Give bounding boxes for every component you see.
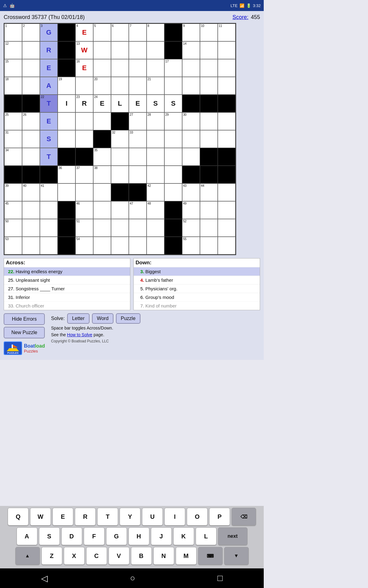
cell-32[interactable]: 32 [111,130,129,148]
cell-r4l[interactable] [200,77,218,95]
cell-r2l[interactable] [200,41,218,59]
cell-r13g[interactable] [111,237,129,254]
cell-r3k[interactable] [182,59,200,77]
cell-r2i[interactable] [147,41,164,59]
cell-r9j[interactable] [164,166,182,183]
cell-33[interactable]: 33 [129,130,147,148]
next-key[interactable]: next [218,527,247,545]
cell-r7i[interactable] [147,130,164,148]
cell-2[interactable]: 2 [22,24,40,41]
cell-r5h[interactable]: E [129,95,147,112]
cell-r11l[interactable] [200,201,218,219]
key-z[interactable]: Z [41,547,62,565]
cell-r10m[interactable] [218,183,236,201]
cell-38[interactable]: 38 [93,166,111,183]
cell-17[interactable]: 17 [164,59,182,77]
cell-r5g[interactable]: L [111,95,129,112]
cell-47[interactable]: 47 [129,201,147,219]
cell-13[interactable]: 13W [75,41,93,59]
home-button[interactable]: ○ [130,573,135,583]
cell-1[interactable]: 1 [4,24,22,41]
key-g[interactable]: G [106,527,127,545]
key-s[interactable]: S [39,527,60,545]
cell-r13l[interactable] [200,237,218,254]
cell-r2c[interactable]: R [40,41,58,59]
cell-r11g[interactable] [111,201,129,219]
cell-r7l[interactable] [200,130,218,148]
how-to-solve-link[interactable]: How to Solve [67,332,92,337]
crossword-grid[interactable]: 1 2 3G 4E 5 6 7 8 9 10 11 12 R 13W 14 [4,23,236,255]
cell-4[interactable]: 4E [75,24,93,41]
key-h[interactable]: H [128,527,149,545]
cell-r3m[interactable] [218,59,236,77]
cell-r11f[interactable] [93,201,111,219]
keyboard-toggle-key[interactable]: ⌨ [198,547,223,565]
cell-14[interactable]: 14 [182,41,200,59]
cell-11[interactable]: 11 [218,24,236,41]
key-o[interactable]: O [187,508,208,526]
cell-52[interactable]: 52 [182,219,200,237]
key-p[interactable]: P [209,508,230,526]
cell-r4e[interactable] [75,77,93,95]
cell-30[interactable]: 30 [182,112,200,130]
cell-r10f[interactable] [93,183,111,201]
backspace-key[interactable]: ⌫ [232,508,256,526]
cell-35[interactable]: 35 [93,148,111,166]
key-d[interactable]: D [61,527,82,545]
cell-24[interactable]: 24E [93,95,111,112]
cell-r11b[interactable] [22,201,40,219]
cell-9[interactable]: 9 [182,24,200,41]
cell-23[interactable]: 23R [75,95,93,112]
cell-43[interactable]: 43 [182,183,200,201]
cell-r5j[interactable]: S [164,95,182,112]
cell-r6c[interactable]: E [40,112,58,130]
key-q[interactable]: Q [8,508,29,526]
key-w[interactable]: W [30,508,51,526]
cell-r13b[interactable] [22,237,40,254]
cell-37[interactable]: 37 [75,166,93,183]
cell-r8k[interactable] [182,148,200,166]
shift-key[interactable]: ▲ [15,547,40,565]
cell-r8h[interactable] [129,148,147,166]
cell-r3b[interactable] [22,59,40,77]
cell-22[interactable]: 22T [40,95,58,112]
cell-r9h[interactable] [129,166,147,183]
cell-55[interactable]: 55 [182,237,200,254]
cell-r5d[interactable]: I [58,95,75,112]
cell-20[interactable]: 20 [93,77,111,95]
cell-r5i[interactable]: S [147,95,164,112]
new-puzzle-button[interactable]: New Puzzle [4,327,45,338]
cell-r12c[interactable] [40,219,58,237]
cell-r7d[interactable] [58,130,75,148]
cell-21[interactable]: 21 [147,77,164,95]
key-n[interactable]: N [153,547,174,565]
key-y[interactable]: Y [120,508,140,526]
cell-r13i[interactable] [147,237,164,254]
key-e[interactable]: E [52,508,73,526]
cell-r4m[interactable] [218,77,236,95]
cell-51[interactable]: 51 [75,219,93,237]
cell-r6d[interactable] [58,112,75,130]
solve-letter-button[interactable]: Letter [67,313,90,324]
cell-r2b[interactable] [22,41,40,59]
cell-10[interactable]: 10 [200,24,218,41]
cell-r3c[interactable]: E [40,59,58,77]
cell-r6f[interactable] [93,112,111,130]
cell-31[interactable]: 31 [4,130,22,148]
cell-r8g[interactable] [111,148,129,166]
key-v[interactable]: V [109,547,129,565]
cell-41[interactable]: 41 [40,183,58,201]
cell-r12m[interactable] [218,219,236,237]
cell-r4g[interactable] [111,77,129,95]
cell-r12b[interactable] [22,219,40,237]
hide-errors-button[interactable]: Hide Errors [4,313,45,325]
cell-45[interactable]: 45 [4,201,22,219]
cell-r7k[interactable] [182,130,200,148]
cell-r8b[interactable] [22,148,40,166]
cell-50[interactable]: 50 [4,219,22,237]
key-i[interactable]: I [164,508,185,526]
cell-5[interactable]: 5 [93,24,111,41]
cell-12[interactable]: 12 [4,41,22,59]
cell-r13f[interactable] [93,237,111,254]
cell-6[interactable]: 6 [111,24,129,41]
